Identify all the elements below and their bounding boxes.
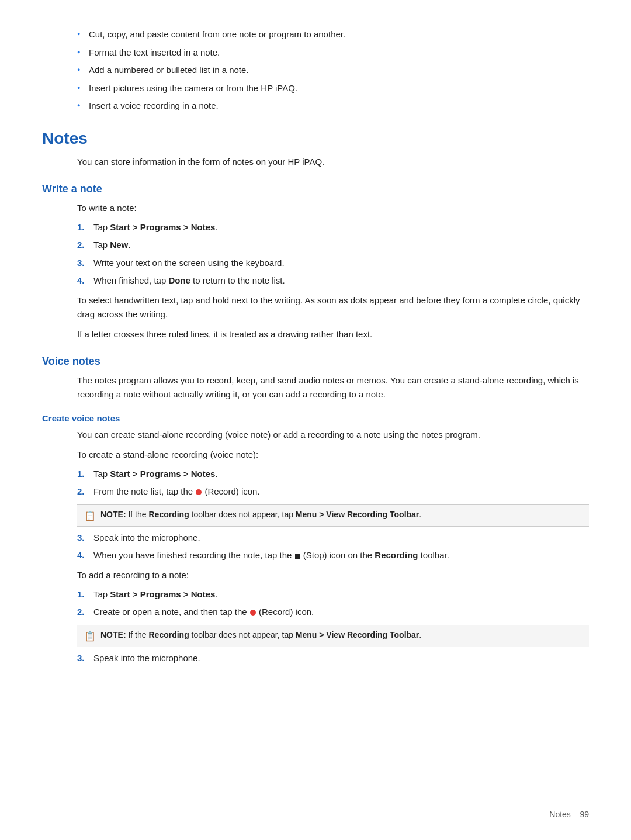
bullet-item-2: Format the text inserted in a note. xyxy=(77,46,589,60)
bullet-item-4: Insert pictures using the camera or from… xyxy=(77,82,589,95)
footer-page: 99 xyxy=(580,810,589,819)
record-icon xyxy=(196,489,202,495)
create-step1b-3: 3. Speak into the microphone. xyxy=(77,531,589,545)
footer-label: Notes xyxy=(549,810,571,819)
bullet-item-5: Insert a voice recording in a note. xyxy=(77,99,589,113)
voice-description: The notes program allows you to record, … xyxy=(42,374,589,402)
create-steps3-list: 3. Speak into the microphone. xyxy=(42,652,589,665)
subsubsection-title-create: Create voice notes xyxy=(42,413,589,423)
write-step-1: 1. Tap Start > Programs > Notes. xyxy=(77,221,589,234)
section-title-notes: Notes xyxy=(42,129,589,148)
note-box-2: 📋 NOTE: If the Recording toolbar does no… xyxy=(77,625,589,647)
create-steps1b-list: 3. Speak into the microphone. 4. When yo… xyxy=(42,531,589,562)
record-icon-2 xyxy=(250,610,256,616)
note-icon-2: 📋 xyxy=(84,631,96,642)
note-box-1: 📋 NOTE: If the Recording toolbar does no… xyxy=(77,504,589,527)
create-desc2: To create a stand-alone recording (voice… xyxy=(42,448,589,462)
subsection-title-voice: Voice notes xyxy=(42,355,589,368)
notes-description: You can store information in the form of… xyxy=(42,155,589,169)
create-step2-2: 2. Create or open a note, and then tap t… xyxy=(77,606,589,619)
page-footer: Notes 99 xyxy=(549,810,589,819)
create-step3-3: 3. Speak into the microphone. xyxy=(77,652,589,665)
write-intro: To write a note: xyxy=(42,201,589,215)
create-step1-2: 2. From the note list, tap the (Record) … xyxy=(77,485,589,499)
note-icon-1: 📋 xyxy=(84,510,96,521)
create-step1-1: 1. Tap Start > Programs > Notes. xyxy=(77,468,589,481)
create-desc1: You can create stand-alone recording (vo… xyxy=(42,428,589,442)
create-step1b-4: 4. When you have finished recording the … xyxy=(77,549,589,562)
create-steps1-list: 1. Tap Start > Programs > Notes. 2. From… xyxy=(42,468,589,499)
intro-bullet-list: Cut, copy, and paste content from one no… xyxy=(42,28,589,113)
write-steps-list: 1. Tap Start > Programs > Notes. 2. Tap … xyxy=(42,221,589,288)
create-steps2-list: 1. Tap Start > Programs > Notes. 2. Crea… xyxy=(42,588,589,619)
write-handwritten-note: To select handwritten text, tap and hold… xyxy=(42,293,589,322)
create-step2-1: 1. Tap Start > Programs > Notes. xyxy=(77,588,589,602)
create-desc3: To add a recording to a note: xyxy=(42,568,589,582)
subsection-title-write: Write a note xyxy=(42,183,589,195)
stop-icon xyxy=(295,554,300,559)
write-step-4: 4. When finished, tap Done to return to … xyxy=(77,274,589,288)
bullet-item-3: Add a numbered or bulleted list in a not… xyxy=(77,64,589,77)
write-step-2: 2. Tap New. xyxy=(77,238,589,252)
bullet-item-1: Cut, copy, and paste content from one no… xyxy=(77,28,589,42)
write-step-3: 3. Write your text on the screen using t… xyxy=(77,257,589,270)
write-letter-note: If a letter crosses three ruled lines, i… xyxy=(42,327,589,341)
